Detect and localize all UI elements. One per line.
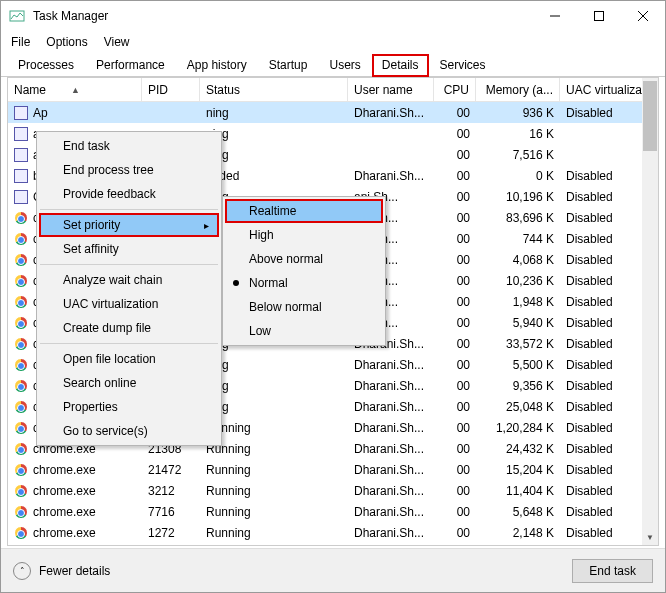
menu-item[interactable]: Low: [225, 319, 383, 343]
menu-view[interactable]: View: [104, 35, 130, 49]
tab-users[interactable]: Users: [318, 53, 371, 76]
col-mem[interactable]: Memory (a...: [476, 78, 560, 101]
scroll-thumb[interactable]: [643, 81, 657, 151]
process-memory: 0 K: [476, 165, 560, 186]
table-row[interactable]: chrome.exe21472RunningDharani.Sh...0015,…: [8, 459, 658, 480]
menu-item[interactable]: End task: [39, 134, 219, 158]
process-memory: 83,696 K: [476, 207, 560, 228]
menu-item-label: High: [249, 228, 274, 242]
process-user: [348, 543, 434, 545]
menu-item[interactable]: UAC virtualization: [39, 292, 219, 316]
scrollbar[interactable]: ▲ ▼: [642, 78, 658, 545]
process-icon: [14, 169, 28, 183]
menu-item[interactable]: Open file location: [39, 347, 219, 371]
process-name: chrome.exe: [33, 526, 96, 540]
menu-item-label: Above normal: [249, 252, 323, 266]
menu-item[interactable]: Realtime: [225, 199, 383, 223]
process-icon: [14, 463, 28, 477]
process-cpu: 00: [434, 270, 476, 291]
process-user: Dharani.Sh...: [348, 438, 434, 459]
tab-processes[interactable]: Processes: [7, 53, 85, 76]
table-row[interactable]: conhost.exe3532Running00492 K: [8, 543, 658, 545]
tab-app-history[interactable]: App history: [176, 53, 258, 76]
menu-item[interactable]: Set priority: [39, 213, 219, 237]
tab-startup[interactable]: Startup: [258, 53, 319, 76]
process-name: Ap: [33, 106, 48, 120]
process-status: Running: [200, 480, 348, 501]
process-user: Dharani.Sh...: [348, 459, 434, 480]
maximize-button[interactable]: [577, 1, 621, 31]
process-memory: 33,572 K: [476, 333, 560, 354]
menu-file[interactable]: File: [11, 35, 30, 49]
svg-rect-0: [10, 11, 24, 21]
menu-item[interactable]: Analyze wait chain: [39, 268, 219, 292]
process-pid: 1272: [142, 522, 200, 543]
process-cpu: 00: [434, 522, 476, 543]
process-user: Dharani.Sh...: [348, 522, 434, 543]
process-memory: 15,204 K: [476, 459, 560, 480]
minimize-button[interactable]: [533, 1, 577, 31]
process-name: chrome.exe: [33, 463, 96, 477]
menu-item[interactable]: Provide feedback: [39, 182, 219, 206]
context-menu[interactable]: End taskEnd process treeProvide feedback…: [36, 131, 222, 446]
menu-item[interactable]: Search online: [39, 371, 219, 395]
process-cpu: 00: [434, 123, 476, 144]
menubar: File Options View: [1, 31, 665, 53]
process-icon: [14, 190, 28, 204]
process-status: ning: [200, 396, 348, 417]
col-user[interactable]: User name: [348, 78, 434, 101]
table-row[interactable]: chrome.exe3212RunningDharani.Sh...0011,4…: [8, 480, 658, 501]
process-pid: [142, 102, 200, 123]
process-icon: [14, 127, 28, 141]
process-pid: 21472: [142, 459, 200, 480]
menu-item[interactable]: Create dump file: [39, 316, 219, 340]
process-memory: 744 K: [476, 228, 560, 249]
process-cpu: 00: [434, 312, 476, 333]
fewer-details-button[interactable]: ˄ Fewer details: [13, 562, 110, 580]
menu-item[interactable]: Normal: [225, 271, 383, 295]
process-status: ended: [200, 165, 348, 186]
menu-item[interactable]: Set affinity: [39, 237, 219, 261]
tab-performance[interactable]: Performance: [85, 53, 176, 76]
process-user: Dharani.Sh...: [348, 417, 434, 438]
process-memory: 25,048 K: [476, 396, 560, 417]
process-status: Running: [200, 438, 348, 459]
menu-options[interactable]: Options: [46, 35, 87, 49]
close-button[interactable]: [621, 1, 665, 31]
table-row[interactable]: chrome.exe7716RunningDharani.Sh...005,64…: [8, 501, 658, 522]
process-cpu: 00: [434, 459, 476, 480]
table-row[interactable]: chrome.exe1272RunningDharani.Sh...002,14…: [8, 522, 658, 543]
process-user: Dharani.Sh...: [348, 396, 434, 417]
menu-item[interactable]: Properties: [39, 395, 219, 419]
menu-item[interactable]: Above normal: [225, 247, 383, 271]
col-name[interactable]: Name▲: [8, 78, 142, 101]
process-cpu: 00: [434, 543, 476, 545]
process-cpu: 00: [434, 375, 476, 396]
process-memory: 1,20,284 K: [476, 417, 560, 438]
process-pid: 7716: [142, 501, 200, 522]
process-icon: [14, 148, 28, 162]
process-icon: [14, 400, 28, 414]
menu-item[interactable]: High: [225, 223, 383, 247]
menu-item[interactable]: Go to service(s): [39, 419, 219, 443]
process-status: ning: [200, 123, 348, 144]
end-task-button[interactable]: End task: [572, 559, 653, 583]
tab-details[interactable]: Details: [372, 54, 429, 77]
scroll-down-icon[interactable]: ▼: [642, 529, 658, 545]
table-row[interactable]: ApningDharani.Sh...00936 KDisabled: [8, 102, 658, 123]
process-cpu: 00: [434, 144, 476, 165]
menu-item[interactable]: Below normal: [225, 295, 383, 319]
process-user: [348, 123, 434, 144]
col-cpu[interactable]: CPU: [434, 78, 476, 101]
process-icon: [14, 442, 28, 456]
process-user: Dharani.Sh...: [348, 102, 434, 123]
col-status[interactable]: Status: [200, 78, 348, 101]
menu-item[interactable]: End process tree: [39, 158, 219, 182]
process-memory: 7,516 K: [476, 144, 560, 165]
col-pid[interactable]: PID: [142, 78, 200, 101]
priority-submenu[interactable]: RealtimeHighAbove normalNormalBelow norm…: [222, 196, 386, 346]
process-memory: 10,236 K: [476, 270, 560, 291]
process-status: ning: [200, 102, 348, 123]
process-cpu: 00: [434, 396, 476, 417]
tab-services[interactable]: Services: [429, 53, 497, 76]
